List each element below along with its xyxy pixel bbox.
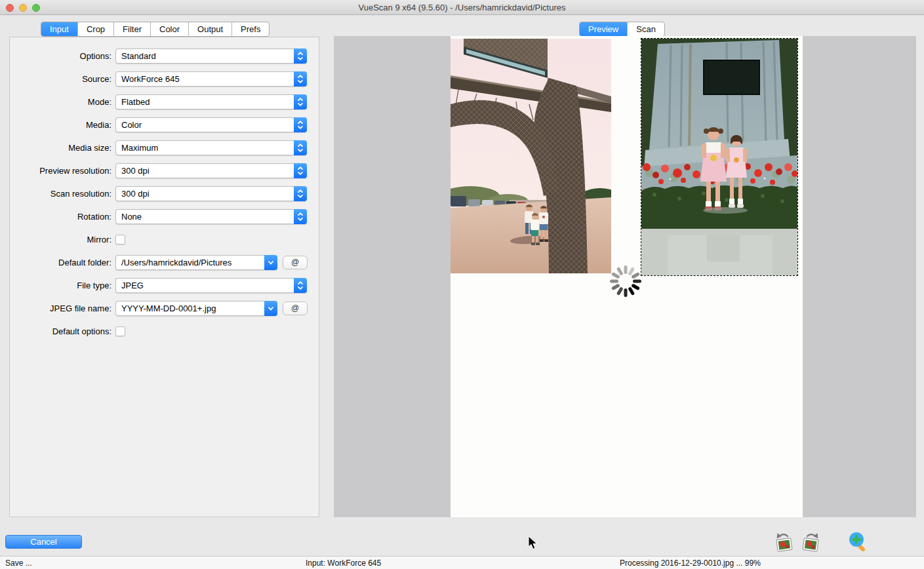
jpeg-file-name-label: JPEG file name: [10, 301, 111, 316]
media-label: Media: [10, 117, 111, 132]
chevron-up-down-icon [294, 71, 307, 87]
options-select[interactable]: Standard [115, 49, 307, 64]
preview-resolution-value: 300 dpi [121, 164, 291, 178]
tab-input[interactable]: Input [41, 22, 77, 36]
tab-filter[interactable]: Filter [113, 22, 150, 36]
source-row: Source: WorkForce 645 [10, 71, 319, 87]
source-select[interactable]: WorkForce 645 [115, 71, 307, 87]
status-input: Input: WorkForce 645 [306, 559, 381, 568]
status-save: Save ... [5, 559, 32, 568]
file-type-select[interactable]: JPEG [115, 278, 307, 293]
input-settings-panel: Options: Standard Source: WorkForce 645 … [9, 37, 319, 517]
default-folder-label: Default folder: [10, 255, 111, 270]
status-processing: Processing 2016-12-29-0010.jpg ... 99% [620, 559, 761, 568]
rotate-right-icon[interactable] [799, 531, 822, 553]
rotate-left-icon[interactable] [773, 531, 795, 553]
window-title: VueScan 9 x64 (9.5.60) - /Users/hamrickd… [0, 3, 924, 12]
mouse-cursor [528, 536, 538, 551]
jpeg-file-name-row: JPEG file name: YYYY-MM-DD-0001+.jpg @ [10, 301, 319, 317]
media-size-select[interactable]: Maximum [115, 140, 307, 155]
scan-resolution-value: 300 dpi [121, 187, 291, 201]
mode-select[interactable]: Flatbed [115, 94, 307, 109]
tab-output[interactable]: Output [188, 22, 231, 36]
zoom-in-icon[interactable] [847, 531, 870, 553]
scan-resolution-row: Scan resolution: 300 dpi [10, 186, 319, 202]
media-size-label: Media size: [10, 140, 111, 155]
default-options-checkbox[interactable] [115, 326, 125, 336]
mode-value: Flatbed [121, 95, 291, 109]
chevron-up-down-icon [294, 163, 307, 178]
chevron-up-down-icon [294, 117, 307, 132]
chevron-up-down-icon [294, 140, 307, 155]
scan-resolution-label: Scan resolution: [10, 186, 111, 201]
options-value: Standard [121, 49, 291, 63]
preview-area[interactable] [334, 36, 916, 517]
mirror-checkbox[interactable] [115, 235, 125, 245]
tab-scan[interactable]: Scan [627, 22, 664, 36]
options-label: Options: [10, 49, 111, 64]
media-row: Media: Color [10, 117, 319, 133]
chevron-down-icon [264, 301, 277, 316]
rotation-select[interactable]: None [115, 209, 307, 224]
media-select[interactable]: Color [115, 117, 307, 132]
file-type-value: JPEG [121, 279, 291, 292]
default-options-label: Default options: [10, 324, 111, 339]
status-bar: Save ... Input: WorkForce 645 Processing… [0, 556, 924, 569]
loading-spinner-icon [607, 263, 644, 300]
tab-preview[interactable]: Preview [580, 22, 627, 36]
tab-color[interactable]: Color [150, 22, 188, 36]
rotation-value: None [121, 210, 291, 224]
tab-crop[interactable]: Crop [77, 22, 113, 36]
chevron-up-down-icon [294, 94, 307, 109]
preview-tab-bar: Preview Scan [579, 22, 665, 37]
chevron-up-down-icon [294, 209, 307, 224]
preview-resolution-select[interactable]: 300 dpi [115, 163, 307, 178]
rotation-label: Rotation: [10, 209, 111, 224]
media-size-value: Maximum [121, 141, 291, 155]
media-size-row: Media size: Maximum [10, 140, 319, 156]
chevron-down-icon [264, 255, 277, 270]
title-bar: VueScan 9 x64 (9.5.60) - /Users/hamrickd… [0, 0, 924, 15]
chevron-up-down-icon [294, 186, 307, 201]
rotation-row: Rotation: None [10, 209, 319, 225]
default-folder-row: Default folder: /Users/hamrickdavid/Pict… [10, 255, 319, 271]
tab-prefs[interactable]: Prefs [231, 22, 269, 36]
settings-tab-bar: Input Crop Filter Color Output Prefs [41, 22, 270, 37]
chevron-up-down-icon [294, 278, 307, 293]
file-type-label: File type: [10, 278, 111, 293]
preview-resolution-label: Preview resolution: [10, 163, 111, 178]
cancel-button[interactable]: Cancel [5, 535, 82, 549]
default-folder-combo[interactable]: /Users/hamrickdavid/Pictures [115, 255, 277, 270]
mode-row: Mode: Flatbed [10, 94, 319, 110]
mirror-label: Mirror: [10, 232, 111, 247]
default-folder-value: /Users/hamrickdavid/Pictures [121, 256, 261, 269]
options-row: Options: Standard [10, 49, 319, 64]
default-folder-at-button[interactable]: @ [283, 256, 308, 269]
file-type-row: File type: JPEG [10, 278, 319, 294]
media-value: Color [121, 118, 291, 132]
mirror-row: Mirror: [10, 232, 319, 248]
mode-label: Mode: [10, 94, 111, 109]
preview-resolution-row: Preview resolution: 300 dpi [10, 163, 319, 179]
default-options-row: Default options: [10, 324, 319, 340]
jpeg-file-name-combo[interactable]: YYYY-MM-DD-0001+.jpg [115, 301, 277, 316]
source-value: WorkForce 645 [121, 72, 291, 86]
jpeg-file-name-value: YYYY-MM-DD-0001+.jpg [121, 302, 261, 315]
chevron-up-down-icon [294, 49, 307, 64]
jpeg-file-name-at-button[interactable]: @ [283, 302, 308, 315]
preview-photo-selected-crop[interactable] [641, 38, 798, 276]
scan-resolution-select[interactable]: 300 dpi [115, 186, 307, 201]
source-label: Source: [10, 71, 111, 87]
preview-photo-eiffel-tower[interactable] [451, 39, 611, 273]
